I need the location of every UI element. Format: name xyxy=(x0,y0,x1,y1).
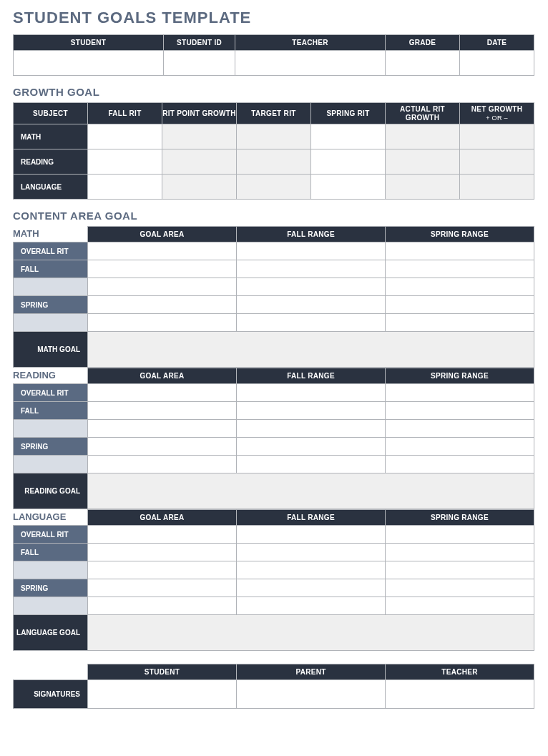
content-cell[interactable] xyxy=(386,384,534,402)
content-cell[interactable] xyxy=(88,544,237,561)
content-cell[interactable] xyxy=(88,402,237,420)
content-cell[interactable] xyxy=(88,561,237,579)
content-cell[interactable] xyxy=(88,438,237,456)
content-goal-field[interactable] xyxy=(88,473,534,509)
content-header: GOAL AREA xyxy=(88,368,237,384)
sig-header: TEACHER xyxy=(386,664,534,680)
teacher-field[interactable] xyxy=(235,51,386,76)
content-cell[interactable] xyxy=(386,456,534,473)
actual-rit-growth-field[interactable] xyxy=(386,149,460,175)
content-row-label: OVERALL RIT xyxy=(14,242,88,260)
content-cell[interactable] xyxy=(88,526,237,544)
net-growth-field[interactable] xyxy=(460,124,534,149)
content-cell[interactable] xyxy=(237,561,386,579)
content-cell[interactable] xyxy=(237,597,386,615)
content-cell[interactable] xyxy=(237,402,386,420)
content-cell[interactable] xyxy=(88,242,237,260)
content-cell[interactable] xyxy=(386,278,534,296)
content-goal-row: MATH GOAL xyxy=(14,332,534,368)
content-cell[interactable] xyxy=(88,296,237,314)
content-cell[interactable] xyxy=(386,526,534,544)
content-cell[interactable] xyxy=(88,579,237,597)
content-cell[interactable] xyxy=(386,597,534,615)
target-rit-field[interactable] xyxy=(237,124,311,149)
rit-point-growth-field[interactable] xyxy=(162,149,237,175)
actual-rit-growth-field[interactable] xyxy=(386,124,460,149)
content-cell[interactable] xyxy=(386,402,534,420)
spring-rit-field[interactable] xyxy=(311,149,386,175)
row-label: LANGUAGE xyxy=(14,175,88,200)
content-cell[interactable] xyxy=(237,260,386,278)
content-cell[interactable] xyxy=(386,420,534,438)
net-growth-field[interactable] xyxy=(460,149,534,175)
content-cell[interactable] xyxy=(237,384,386,402)
content-cell[interactable] xyxy=(386,314,534,332)
net-growth-label: NET GROWTH xyxy=(471,105,522,113)
content-row xyxy=(14,314,534,332)
fall-rit-field[interactable] xyxy=(88,149,162,175)
content-cell[interactable] xyxy=(237,314,386,332)
content-cell[interactable] xyxy=(88,278,237,296)
content-cell[interactable] xyxy=(237,242,386,260)
content-cell[interactable] xyxy=(386,296,534,314)
content-cell[interactable] xyxy=(88,420,237,438)
growth-header: TARGET RIT xyxy=(237,103,311,124)
rit-point-growth-field[interactable] xyxy=(162,175,237,200)
info-header: STUDENT ID xyxy=(164,35,235,51)
content-area-table: GOAL AREAFALL RANGESPRING RANGEOVERALL R… xyxy=(13,509,534,651)
content-goal-label: LANGUAGE GOAL xyxy=(14,615,88,651)
content-cell[interactable] xyxy=(386,579,534,597)
content-goal-label: READING GOAL xyxy=(14,473,88,509)
fall-rit-field[interactable] xyxy=(88,175,162,200)
content-row-label xyxy=(14,597,88,615)
content-cell[interactable] xyxy=(237,544,386,561)
content-cell[interactable] xyxy=(237,579,386,597)
date-field[interactable] xyxy=(460,51,534,76)
content-cell[interactable] xyxy=(386,544,534,561)
target-rit-field[interactable] xyxy=(237,175,311,200)
net-growth-field[interactable] xyxy=(460,175,534,200)
grade-field[interactable] xyxy=(386,51,460,76)
spring-rit-field[interactable] xyxy=(311,175,386,200)
fall-rit-field[interactable] xyxy=(88,124,162,149)
rit-point-growth-field[interactable] xyxy=(162,124,237,149)
content-cell[interactable] xyxy=(88,314,237,332)
spring-rit-field[interactable] xyxy=(311,124,386,149)
content-row xyxy=(14,456,534,473)
student-field[interactable] xyxy=(14,51,164,76)
content-header: FALL RANGE xyxy=(237,510,386,526)
spacer xyxy=(14,664,88,680)
content-cell[interactable] xyxy=(88,597,237,615)
target-rit-field[interactable] xyxy=(237,149,311,175)
student-id-field[interactable] xyxy=(164,51,235,76)
content-cell[interactable] xyxy=(237,278,386,296)
signature-teacher-field[interactable] xyxy=(386,680,534,709)
content-area-table: GOAL AREAFALL RANGESPRING RANGEOVERALL R… xyxy=(13,226,534,368)
info-header: DATE xyxy=(460,35,534,51)
content-header: SPRING RANGE xyxy=(386,227,534,242)
actual-rit-growth-field[interactable] xyxy=(386,175,460,200)
content-cell[interactable] xyxy=(386,438,534,456)
content-cell[interactable] xyxy=(386,242,534,260)
content-cell[interactable] xyxy=(88,456,237,473)
content-cell[interactable] xyxy=(237,438,386,456)
row-label: READING xyxy=(14,149,88,175)
content-row-label: FALL xyxy=(14,260,88,278)
content-row-label: FALL xyxy=(14,544,88,561)
content-cell[interactable] xyxy=(237,526,386,544)
content-row: OVERALL RIT xyxy=(14,384,534,402)
signature-parent-field[interactable] xyxy=(237,680,386,709)
content-cell[interactable] xyxy=(237,296,386,314)
content-cell[interactable] xyxy=(386,260,534,278)
content-cell[interactable] xyxy=(386,561,534,579)
content-cell[interactable] xyxy=(88,384,237,402)
content-row-label xyxy=(14,456,88,473)
content-cell[interactable] xyxy=(237,456,386,473)
signature-student-field[interactable] xyxy=(88,680,237,709)
growth-header: SPRING RIT xyxy=(311,103,386,124)
content-row xyxy=(14,278,534,296)
content-goal-field[interactable] xyxy=(88,615,534,651)
content-goal-field[interactable] xyxy=(88,332,534,368)
content-cell[interactable] xyxy=(88,260,237,278)
content-cell[interactable] xyxy=(237,420,386,438)
